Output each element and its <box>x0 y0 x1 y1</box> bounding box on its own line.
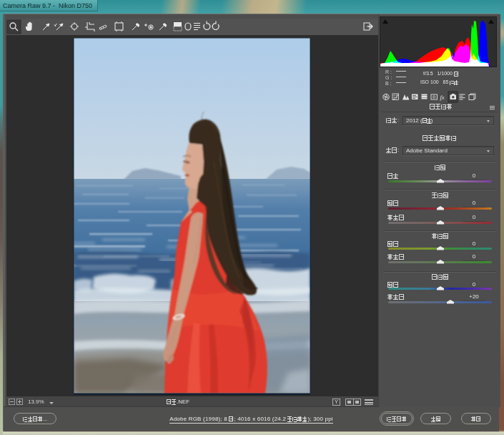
svg-text:fx: fx <box>440 94 445 101</box>
